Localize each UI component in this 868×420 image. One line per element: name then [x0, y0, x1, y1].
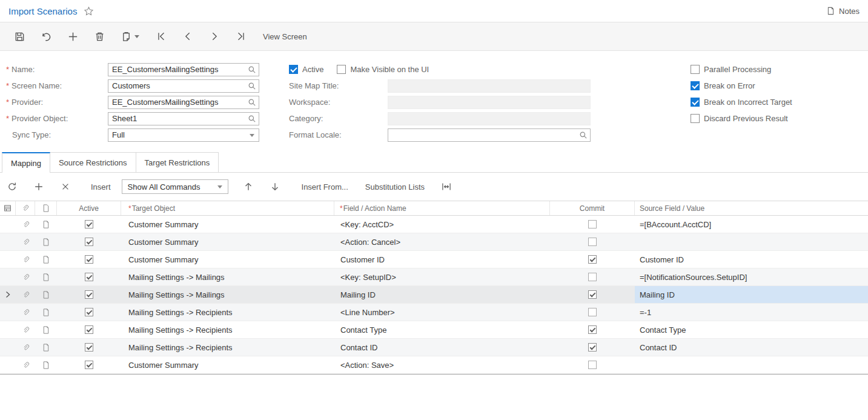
commit-cell-checkbox[interactable]: [550, 304, 635, 321]
attach-file-icon[interactable]: [16, 339, 35, 356]
page-title[interactable]: Import Scenarios: [8, 6, 77, 16]
parallel-processing-checkbox-group[interactable]: Parallel Processing: [691, 65, 771, 74]
provider-field[interactable]: [108, 96, 259, 109]
active-cell-checkbox[interactable]: [57, 321, 121, 338]
sync-type-caret-icon[interactable]: [250, 134, 254, 137]
attach-file-icon[interactable]: [16, 251, 35, 268]
field-action-cell[interactable]: <Action: Cancel>: [334, 233, 550, 250]
active-checkbox-group[interactable]: Active: [289, 65, 323, 74]
format-locale-lookup-icon[interactable]: [579, 131, 588, 139]
active-column-header[interactable]: Active: [57, 201, 121, 215]
active-checkbox[interactable]: [289, 65, 298, 74]
source-field-cell[interactable]: Customer ID: [635, 251, 868, 268]
commit-cell-checkbox[interactable]: [550, 339, 635, 356]
tab-source-restrictions[interactable]: Source Restrictions: [50, 152, 136, 173]
target-object-cell[interactable]: Mailing Settings -> Recipients: [121, 321, 334, 338]
table-row[interactable]: Mailing Settings -> RecipientsContact Ty…: [0, 321, 868, 339]
add-new-button[interactable]: [67, 30, 79, 42]
provider-input[interactable]: [108, 96, 259, 109]
table-row[interactable]: Customer Summary<Key: AcctCD>=[BAccount.…: [0, 216, 868, 233]
notes-column-header[interactable]: [35, 201, 57, 215]
go-first-button[interactable]: [155, 30, 167, 42]
provider-object-lookup-icon[interactable]: [248, 115, 256, 123]
screen-name-field[interactable]: [108, 79, 259, 93]
undo-button[interactable]: [40, 30, 52, 42]
sync-type-dropdown[interactable]: [108, 128, 259, 142]
name-input[interactable]: [108, 63, 259, 76]
commit-cell-checkbox[interactable]: [550, 216, 635, 233]
make-visible-checkbox[interactable]: [337, 65, 346, 74]
note-icon[interactable]: [35, 321, 57, 338]
target-object-cell[interactable]: Mailing Settings -> Mailings: [121, 268, 334, 285]
attach-file-icon[interactable]: [16, 216, 35, 233]
note-icon[interactable]: [35, 216, 57, 233]
note-icon[interactable]: [35, 356, 57, 373]
table-row[interactable]: Customer Summary<Action: Save>: [0, 356, 868, 374]
refresh-button[interactable]: [6, 181, 18, 193]
active-cell-checkbox[interactable]: [57, 216, 121, 233]
note-icon[interactable]: [35, 304, 57, 321]
break-on-incorrect-target-checkbox[interactable]: [691, 98, 700, 107]
copy-paste-button[interactable]: [120, 30, 141, 42]
break-on-incorrect-target-checkbox-group[interactable]: Break on Incorrect Target: [691, 98, 792, 107]
attach-file-icon[interactable]: [16, 321, 35, 338]
attach-file-icon[interactable]: [16, 268, 35, 285]
commit-cell-checkbox[interactable]: [550, 268, 635, 285]
fit-width-icon[interactable]: [440, 181, 452, 193]
note-icon[interactable]: [35, 233, 57, 250]
field-action-cell[interactable]: Mailing ID: [334, 286, 550, 303]
field-action-cell[interactable]: Customer ID: [334, 251, 550, 268]
provider-object-field[interactable]: [108, 112, 259, 125]
active-cell-checkbox[interactable]: [57, 251, 121, 268]
parallel-processing-checkbox[interactable]: [691, 65, 700, 74]
provider-object-input[interactable]: [108, 112, 259, 125]
discard-previous-result-checkbox-group[interactable]: Discard Previous Result: [691, 114, 788, 123]
field-action-cell[interactable]: <Key: SetupID>: [334, 268, 550, 285]
attach-file-icon[interactable]: [16, 356, 35, 373]
substitution-lists-button[interactable]: Substitution Lists: [365, 182, 425, 192]
insert-from-button[interactable]: Insert From...: [302, 182, 348, 192]
source-field-cell[interactable]: =[BAccount.AcctCD]: [635, 216, 868, 233]
commit-cell-checkbox[interactable]: [550, 321, 635, 338]
active-cell-checkbox[interactable]: [57, 286, 121, 303]
active-cell-checkbox[interactable]: [57, 339, 121, 356]
active-cell-checkbox[interactable]: [57, 268, 121, 285]
break-on-error-checkbox-group[interactable]: Break on Error: [691, 81, 755, 90]
source-field-cell[interactable]: =[NotificationSources.SetupID]: [635, 268, 868, 285]
field-action-cell[interactable]: <Action: Save>: [334, 356, 550, 373]
note-icon[interactable]: [35, 268, 57, 285]
field-action-column-header[interactable]: *Field / Action Name: [334, 201, 550, 215]
save-button[interactable]: [13, 30, 25, 42]
source-field-cell[interactable]: [635, 356, 868, 373]
target-object-cell[interactable]: Customer Summary: [121, 356, 334, 373]
field-action-cell[interactable]: Contact Type: [334, 321, 550, 338]
table-row[interactable]: Mailing Settings -> RecipientsContact ID…: [0, 339, 868, 356]
source-column-header[interactable]: Source Field / Value: [635, 201, 868, 215]
name-field[interactable]: [108, 63, 259, 76]
source-field-cell[interactable]: [635, 233, 868, 250]
target-object-cell[interactable]: Mailing Settings -> Recipients: [121, 304, 334, 321]
attach-file-icon[interactable]: [16, 304, 35, 321]
target-object-column-header[interactable]: *Target Object: [121, 201, 334, 215]
table-row[interactable]: Mailing Settings -> Mailings<Key: SetupI…: [0, 268, 868, 286]
go-last-button[interactable]: [235, 30, 247, 42]
commit-cell-checkbox[interactable]: [550, 233, 635, 250]
field-action-cell[interactable]: <Line Number>: [334, 304, 550, 321]
source-field-cell[interactable]: =-1: [635, 304, 868, 321]
table-row[interactable]: Customer SummaryCustomer IDCustomer ID: [0, 251, 868, 268]
discard-previous-result-checkbox[interactable]: [691, 114, 700, 123]
table-row[interactable]: Customer Summary<Action: Cancel>: [0, 233, 868, 251]
commit-cell-checkbox[interactable]: [550, 251, 635, 268]
notes-button[interactable]: Notes: [826, 6, 860, 16]
move-down-button[interactable]: [269, 181, 281, 193]
note-icon[interactable]: [35, 286, 57, 303]
make-visible-checkbox-group[interactable]: Make Visible on the UI: [337, 65, 429, 74]
insert-button[interactable]: Insert: [91, 182, 111, 192]
target-object-cell[interactable]: Customer Summary: [121, 216, 334, 233]
commit-cell-checkbox[interactable]: [550, 356, 635, 373]
active-cell-checkbox[interactable]: [57, 356, 121, 373]
sync-type-input[interactable]: [108, 128, 259, 142]
commands-dropdown[interactable]: Show All Commands: [122, 179, 228, 194]
break-on-error-checkbox[interactable]: [691, 81, 700, 90]
source-field-cell[interactable]: Contact ID: [635, 339, 868, 356]
